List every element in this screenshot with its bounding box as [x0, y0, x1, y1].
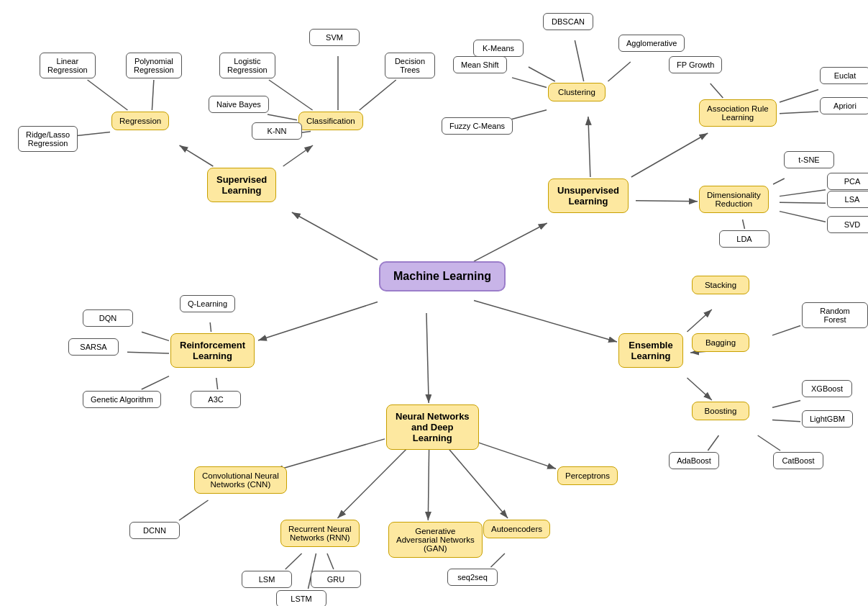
- node-label-boosting: Boosting: [692, 402, 749, 420]
- node-label-cnn: Convolutional Neural Networks (CNN): [194, 466, 287, 494]
- node-label-euclat: Euclat: [820, 67, 868, 84]
- svg-line-27: [773, 178, 785, 184]
- svg-line-16: [588, 117, 590, 177]
- svg-line-22: [512, 78, 547, 88]
- svg-line-19: [529, 67, 555, 81]
- node-catboost: CatBoost: [773, 452, 823, 469]
- node-machine_learning: Machine Learning: [379, 261, 506, 291]
- svg-line-4: [474, 300, 617, 342]
- node-label-dcnn: DCNN: [129, 522, 180, 539]
- node-k_means: K-Means: [473, 40, 524, 57]
- node-a3c: A3C: [191, 391, 241, 408]
- node-boosting: Boosting: [692, 402, 749, 420]
- node-fuzzy: Fuzzy C-Means: [442, 117, 513, 135]
- svg-line-20: [575, 40, 583, 81]
- node-classification: Classification: [298, 112, 363, 130]
- node-label-supervised: Supervised Learning: [207, 168, 276, 202]
- node-label-ensemble: Ensemble Learning: [618, 333, 683, 368]
- svg-line-45: [275, 439, 385, 471]
- node-label-fuzzy: Fuzzy C-Means: [442, 117, 513, 135]
- node-label-dimensionality: Dimensionality Reduction: [699, 186, 769, 213]
- svg-line-51: [285, 553, 302, 569]
- node-reinforcement: Reinforcement Learning: [170, 333, 255, 368]
- svg-line-50: [179, 500, 209, 520]
- svg-line-52: [327, 553, 334, 569]
- node-naive_bayes: Naive Bayes: [209, 96, 269, 113]
- node-fp_growth: FP Growth: [669, 56, 722, 73]
- node-adaboost: AdaBoost: [669, 452, 719, 469]
- svg-line-9: [152, 80, 153, 110]
- node-rnn: Recurrent Neural Networks (RNN): [280, 520, 360, 547]
- svg-line-7: [283, 145, 313, 166]
- svg-line-46: [337, 449, 406, 518]
- svg-line-30: [780, 212, 826, 222]
- node-dbscan: DBSCAN: [543, 13, 593, 30]
- node-sarsa: SARSA: [68, 338, 119, 356]
- svg-line-18: [636, 201, 698, 202]
- svg-line-42: [127, 352, 169, 353]
- svg-line-25: [780, 90, 818, 102]
- node-pca: PCA: [827, 173, 868, 190]
- svg-line-37: [772, 401, 800, 408]
- svg-line-6: [180, 145, 214, 166]
- node-label-tsne: t-SNE: [784, 151, 834, 168]
- node-label-random_forest: Random Forest: [802, 302, 868, 328]
- node-label-stacking: Stacking: [692, 276, 749, 294]
- node-lda: LDA: [719, 230, 769, 248]
- node-label-naive_bayes: Naive Bayes: [209, 96, 269, 113]
- node-label-apriori: Apriori: [820, 97, 868, 114]
- node-mean_shift: Mean Shift: [453, 56, 507, 73]
- node-linear_reg: Linear Regression: [40, 53, 96, 78]
- node-cnn: Convolutional Neural Networks (CNN): [194, 466, 287, 494]
- node-stacking: Stacking: [692, 276, 749, 294]
- svg-line-43: [142, 376, 169, 389]
- node-dcnn: DCNN: [129, 522, 180, 539]
- node-tsne: t-SNE: [784, 151, 834, 168]
- node-gru: GRU: [311, 571, 361, 588]
- node-label-machine_learning: Machine Learning: [379, 261, 506, 291]
- node-label-regression: Regression: [111, 112, 169, 130]
- svg-line-44: [216, 378, 218, 389]
- svg-line-13: [360, 80, 396, 110]
- node-label-lightgbm: LightGBM: [802, 410, 853, 428]
- node-label-unsupervised: Unsupervised Learning: [548, 178, 629, 213]
- svg-line-5: [426, 313, 429, 403]
- node-label-lstm: LSTM: [276, 590, 326, 606]
- node-agglomerative: Agglomerative: [618, 35, 685, 52]
- node-xgboost: XGBoost: [802, 380, 852, 397]
- svg-line-14: [268, 114, 297, 120]
- node-association: Association Rule Learning: [699, 99, 777, 127]
- node-apriori: Apriori: [820, 97, 868, 114]
- node-neural: Neural Networks and Deep Learning: [386, 404, 479, 450]
- node-label-k_means: K-Means: [473, 40, 524, 57]
- node-label-rnn: Recurrent Neural Networks (RNN): [280, 520, 360, 547]
- node-dqn: DQN: [83, 309, 133, 327]
- node-label-svd: SVD: [827, 216, 868, 233]
- svg-line-35: [772, 325, 800, 335]
- node-label-agglomerative: Agglomerative: [618, 35, 685, 52]
- node-label-clustering: Clustering: [548, 83, 606, 101]
- svg-line-17: [631, 133, 708, 177]
- node-lightgbm: LightGBM: [802, 410, 853, 428]
- node-label-reinforcement: Reinforcement Learning: [170, 333, 255, 368]
- node-label-q_learning: Q-Learning: [180, 295, 235, 312]
- svg-line-31: [743, 220, 745, 229]
- node-genetic: Genetic Algorithm: [83, 391, 161, 408]
- node-label-gan: Generative Adversarial Networks (GAN): [388, 522, 483, 558]
- node-label-bagging: Bagging: [692, 333, 749, 352]
- node-lsa: LSA: [827, 191, 868, 208]
- node-label-sarsa: SARSA: [68, 338, 119, 356]
- svg-line-26: [780, 112, 818, 114]
- node-label-perceptrons: Perceptrons: [557, 466, 618, 485]
- node-gan: Generative Adversarial Networks (GAN): [388, 522, 483, 558]
- node-label-genetic: Genetic Algorithm: [83, 391, 161, 408]
- node-label-neural: Neural Networks and Deep Learning: [386, 404, 479, 450]
- svg-line-34: [687, 378, 711, 400]
- node-euclat: Euclat: [820, 67, 868, 84]
- node-label-svm: SVM: [309, 29, 360, 46]
- node-svd: SVD: [827, 216, 868, 233]
- node-label-adaboost: AdaBoost: [669, 452, 719, 469]
- node-label-lsa: LSA: [827, 191, 868, 208]
- node-decision_trees: Decision Trees: [385, 53, 435, 78]
- node-lsm: LSM: [242, 571, 292, 588]
